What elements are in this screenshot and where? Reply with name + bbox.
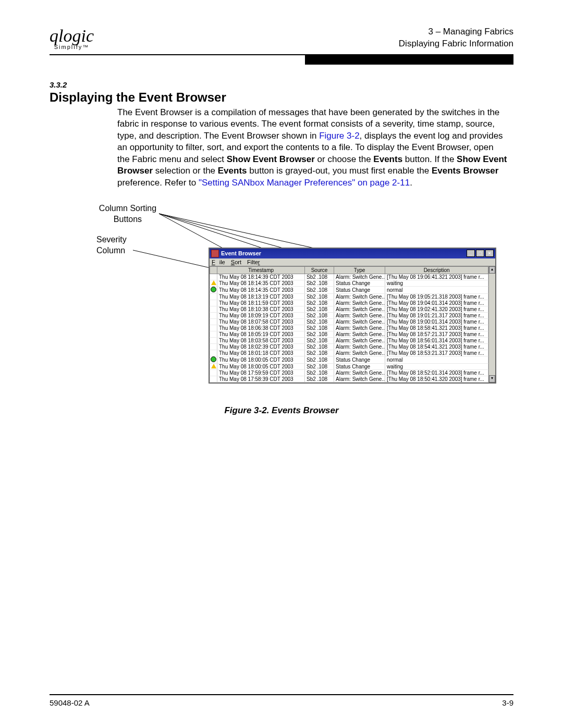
description-cell: [Thu May 08 18:52:01.314 2003] frame r..… [385, 369, 488, 376]
description-cell: [Thu May 08 18:54:41.321 2003] frame r..… [385, 343, 488, 350]
scroll-up-button[interactable]: ▴ [489, 266, 495, 274]
type-cell: Alarm: Switch Gene... [334, 369, 385, 376]
col-timestamp[interactable]: Timestamp [217, 266, 305, 274]
table-row[interactable]: Thu May 08 18:14:35 CDT 2003Sb2 .108Stat… [210, 286, 488, 293]
table-row[interactable]: Thu May 08 18:11:59 CDT 2003Sb2 .108Alar… [210, 300, 488, 306]
xref-figure[interactable]: Figure 3-2 [319, 131, 359, 141]
table-row[interactable]: Thu May 08 18:09:19 CDT 2003Sb2 .108Alar… [210, 312, 488, 318]
bold-text: Events Browser [432, 166, 499, 176]
source-cell: Sb2 .108 [305, 293, 334, 300]
col-description[interactable]: Description [385, 266, 488, 274]
menu-sort[interactable]: Sort [231, 259, 241, 265]
window-title: Event Browser [221, 250, 261, 256]
type-cell: Status Change [334, 356, 385, 363]
type-cell: Alarm: Switch Gene... [334, 376, 385, 382]
severity-cell [210, 343, 217, 350]
logo: qlogic Simplify™ [50, 29, 94, 50]
description-cell: [Thu May 08 19:00:01.314 2003] frame r..… [385, 318, 488, 325]
source-cell: Sb2 .108 [305, 331, 334, 337]
severity-warning-icon [211, 280, 216, 285]
description-cell: normal [385, 356, 488, 363]
page-footer: 59048-02 A 3-9 [50, 694, 513, 707]
severity-cell [210, 369, 217, 376]
close-button[interactable]: × [485, 250, 494, 257]
callout-sort: Column Sorting Buttons [96, 203, 159, 225]
type-cell: Alarm: Switch Gene... [334, 350, 385, 356]
source-cell: Sb2 .108 [305, 300, 334, 306]
event-browser-window: Event Browser _ □ × File Sort Filter [209, 248, 496, 384]
menu-filter[interactable]: Filter [247, 259, 260, 265]
table-row[interactable]: Thu May 08 18:03:58 CDT 2003Sb2 .108Alar… [210, 337, 488, 343]
figure-wrap: Column Sorting Buttons Severity Column E… [50, 203, 513, 396]
table-header-row: Timestamp Source Type Description [210, 266, 488, 274]
timestamp-cell: Thu May 08 18:11:59 CDT 2003 [217, 300, 305, 306]
table-row[interactable]: Thu May 08 18:14:35 CDT 2003Sb2 .108Stat… [210, 280, 488, 286]
severity-normal-icon [211, 356, 216, 362]
table-row[interactable]: Thu May 08 18:06:38 CDT 2003Sb2 .108Alar… [210, 325, 488, 331]
description-cell: [Thu May 08 18:53:21.317 2003] frame r..… [385, 350, 488, 356]
severity-cell [210, 280, 217, 286]
source-cell: Sb2 .108 [305, 363, 334, 369]
source-cell: Sb2 .108 [305, 343, 334, 350]
table-row[interactable]: Thu May 08 18:00:05 CDT 2003Sb2 .108Stat… [210, 363, 488, 369]
col-severity[interactable] [210, 266, 217, 274]
type-cell: Alarm: Switch Gene... [334, 274, 385, 280]
footer-rule [50, 694, 513, 695]
table-row[interactable]: Thu May 08 18:07:58 CDT 2003Sb2 .108Alar… [210, 318, 488, 325]
table-row[interactable]: Thu May 08 18:13:19 CDT 2003Sb2 .108Alar… [210, 293, 488, 300]
type-cell: Alarm: Switch Gene... [334, 343, 385, 350]
timestamp-cell: Thu May 08 18:00:05 CDT 2003 [217, 356, 305, 363]
app-icon [211, 250, 219, 257]
description-cell: [Thu May 08 19:01:21.317 2003] frame r..… [385, 312, 488, 318]
severity-cell [210, 325, 217, 331]
source-cell: Sb2 .108 [305, 376, 334, 382]
type-cell: Alarm: Switch Gene... [334, 337, 385, 343]
body-text: selection or the [153, 166, 218, 176]
timestamp-cell: Thu May 08 18:02:39 CDT 2003 [217, 343, 305, 350]
timestamp-cell: Thu May 08 18:00:05 CDT 2003 [217, 363, 305, 369]
table-row[interactable]: Thu May 08 18:05:19 CDT 2003Sb2 .108Alar… [210, 331, 488, 337]
table-row[interactable]: Thu May 08 17:58:39 CDT 2003Sb2 .108Alar… [210, 376, 488, 382]
type-cell: Alarm: Switch Gene... [334, 293, 385, 300]
description-cell: waiting [385, 363, 488, 369]
minimize-button[interactable]: _ [467, 250, 475, 257]
body-paragraph: The Event Browser is a compilation of me… [117, 107, 508, 189]
type-cell: Alarm: Switch Gene... [334, 300, 385, 306]
section-number: 3.3.2 [50, 80, 513, 89]
scroll-down-button[interactable]: ▾ [489, 375, 495, 382]
source-cell: Sb2 .108 [305, 350, 334, 356]
timestamp-cell: Thu May 08 18:01:18 CDT 2003 [217, 350, 305, 356]
table-row[interactable]: Thu May 08 18:02:39 CDT 2003Sb2 .108Alar… [210, 343, 488, 350]
timestamp-cell: Thu May 08 18:06:38 CDT 2003 [217, 325, 305, 331]
description-cell: [Thu May 08 18:50:41.320 2003] frame r..… [385, 376, 488, 382]
menu-file[interactable]: File [212, 259, 225, 265]
timestamp-cell: Thu May 08 18:14:35 CDT 2003 [217, 286, 305, 293]
description-cell: waiting [385, 280, 488, 286]
description-cell: [Thu May 08 18:56:01.314 2003] frame r..… [385, 337, 488, 343]
logo-sub: Simplify™ [54, 44, 90, 50]
table-row[interactable]: Thu May 08 17:59:59 CDT 2003Sb2 .108Alar… [210, 369, 488, 376]
col-type[interactable]: Type [334, 266, 385, 274]
timestamp-cell: Thu May 08 18:07:58 CDT 2003 [217, 318, 305, 325]
table-row[interactable]: Thu May 08 18:00:05 CDT 2003Sb2 .108Stat… [210, 356, 488, 363]
maximize-button[interactable]: □ [476, 250, 484, 257]
type-cell: Alarm: Switch Gene... [334, 306, 385, 312]
source-cell: Sb2 .108 [305, 274, 334, 280]
description-cell: [Thu May 08 19:06:41.321 2003] frame r..… [385, 274, 488, 280]
event-table: Timestamp Source Type Description Thu Ma… [210, 266, 488, 382]
type-cell: Status Change [334, 363, 385, 369]
source-cell: Sb2 .108 [305, 286, 334, 293]
table-row[interactable]: Thu May 08 18:10:38 CDT 2003Sb2 .108Alar… [210, 306, 488, 312]
source-cell: Sb2 .108 [305, 369, 334, 376]
header-text: 3 – Managing Fabrics Displaying Fabric I… [399, 26, 513, 50]
description-cell: [Thu May 08 18:57:21.317 2003] frame r..… [385, 331, 488, 337]
titlebar[interactable]: Event Browser _ □ × [210, 249, 495, 258]
col-source[interactable]: Source [305, 266, 334, 274]
severity-warning-icon [211, 364, 216, 368]
body-text: button. If the [402, 154, 457, 164]
xref-prefs[interactable]: "Setting SANbox Manager Preferences" on … [199, 178, 410, 188]
table-row[interactable]: Thu May 08 18:01:18 CDT 2003Sb2 .108Alar… [210, 350, 488, 356]
scrollbar-track[interactable] [489, 274, 495, 375]
menubar: File Sort Filter [210, 258, 495, 266]
table-row[interactable]: Thu May 08 18:14:39 CDT 2003Sb2 .108Alar… [210, 274, 488, 280]
